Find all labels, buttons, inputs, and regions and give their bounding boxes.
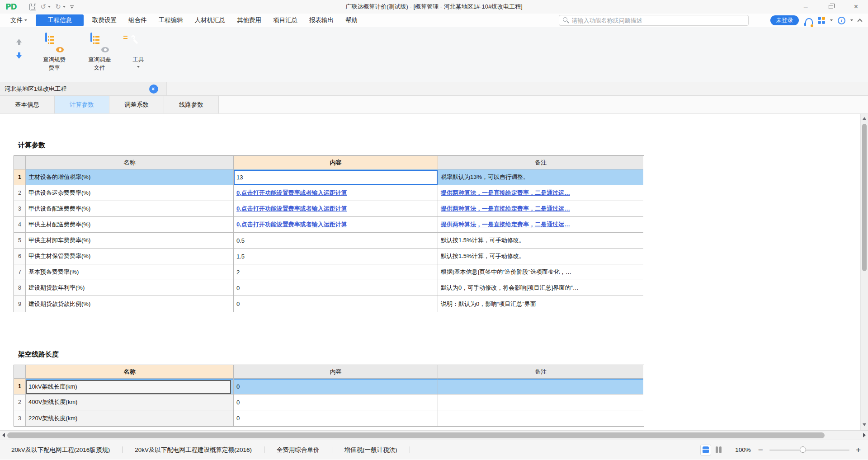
param-remark-cell[interactable] [438,379,643,394]
tab-adjustment-coeff[interactable]: 调差系数 [109,96,164,113]
menu-project-summary[interactable]: 项目汇总 [267,14,303,26]
param-name-cell[interactable]: 10kV架线长度(km) [26,379,234,394]
scroll-up-icon[interactable] [863,117,866,120]
scroll-left-icon[interactable] [2,433,5,437]
restore-button[interactable] [829,5,833,9]
zoom-in-button[interactable]: + [856,446,861,454]
vertical-scrollbar[interactable] [860,114,868,430]
close-button[interactable]: × [854,3,858,10]
param-value-cell[interactable]: 0.5 [234,233,438,249]
param-value-cell[interactable]: 0 [234,296,438,312]
param-name-cell[interactable]: 甲供主材保管费费率(%) [26,249,234,264]
value-input[interactable]: 13 [234,170,438,185]
info-icon[interactable]: i [838,17,845,24]
param-remark-cell[interactable]: 默认按1.5%计算，可手动修改。 [438,233,643,249]
menu-assembly[interactable]: 组合件 [123,14,153,26]
param-value-cell[interactable]: 1.5 [234,249,438,264]
menu-labor-material-summary[interactable]: 人材机汇总 [189,14,231,26]
row-number[interactable]: 2 [14,394,26,410]
row-number[interactable]: 3 [14,410,26,426]
zoom-out-button[interactable]: − [758,446,763,454]
param-value-cell[interactable]: 0 [234,394,438,410]
row-number[interactable]: 7 [14,264,26,280]
param-remark-cell[interactable]: 根据[基本信息]页签中的“造价阶段”选项而变化，… [438,264,643,280]
project-expand-icon[interactable]: » [149,84,158,94]
remark-link[interactable]: 提供两种算法，一是直接给定费率，二是通过运… [441,205,570,213]
tab-basic-info[interactable]: 基本信息 [0,96,55,113]
param-remark-cell[interactable]: 提供两种算法，一是直接给定费率，二是通过运… [438,217,643,233]
menu-report-output[interactable]: 报表输出 [303,14,340,26]
param-value-cell[interactable]: 0 [234,379,438,394]
scroll-right-icon[interactable] [863,433,866,437]
menu-project-edit[interactable]: 工程编辑 [153,14,189,26]
param-value-cell[interactable]: 2 [234,264,438,280]
param-value-cell[interactable]: 0 [234,410,438,426]
param-remark-cell[interactable]: 说明：默认为0，影响“项目汇总”界面 [438,296,643,312]
menu-fee-settings[interactable]: 取费设置 [86,14,123,26]
param-name-cell[interactable]: 建设期贷款年利率(%) [26,280,234,296]
row-number[interactable]: 1 [14,169,26,185]
param-value-cell[interactable]: 0,点击打开功能设置费率或者输入运距计算 [234,185,438,201]
apps-grid-icon[interactable] [818,17,825,24]
minimize-button[interactable]: – [804,3,808,10]
param-remark-cell[interactable]: 默认为0，可手动修改，将会影响[项目汇总]界面的“… [438,280,643,296]
collapse-ribbon-icon[interactable] [857,19,862,23]
param-remark-cell[interactable]: 提供两种算法，一是直接给定费率，二是通过运… [438,185,643,201]
param-name-cell[interactable]: 建设期贷款贷款比例(%) [26,296,234,312]
vertical-scrollbar-thumb[interactable] [862,124,867,271]
scroll-down-icon[interactable] [863,423,866,426]
menu-file[interactable]: 文件 [5,14,33,26]
param-name-cell[interactable]: 甲供主材卸车费费率(%) [26,233,234,249]
param-remark-cell[interactable]: 提供两种算法，一是直接给定费率，二是通过运… [438,201,643,217]
search-input[interactable] [559,15,749,26]
param-value-cell[interactable]: 0,点击打开功能设置费率或者输入运距计算 [234,217,438,233]
tab-calc-params[interactable]: 计算参数 [55,96,109,113]
param-name-cell[interactable]: 甲供主材配送费费率(%) [26,217,234,233]
row-number[interactable]: 5 [14,233,26,249]
menu-help[interactable]: 帮助 [340,14,363,26]
param-name-cell[interactable]: 甲供设备运杂费费率(%) [26,185,234,201]
tools-button[interactable]: 工具 [122,27,155,82]
menu-other-fees[interactable]: 其他费用 [231,14,267,26]
remark-link[interactable]: 提供两种算法，一是直接给定费率，二是通过运… [441,221,570,229]
apps-dropdown-icon[interactable] [830,19,833,21]
menu-project-info[interactable]: 工程信息 [36,14,84,26]
info-dropdown-icon[interactable] [850,19,853,21]
row-number[interactable]: 1 [14,379,26,394]
horizontal-scrollbar[interactable] [0,430,868,440]
name-editor[interactable]: 10kV架线长度(km) [26,380,231,394]
query-fee-rate-button[interactable]: 查询规费费率 [32,27,77,82]
param-name-cell[interactable]: 甲供设备配送费费率(%) [26,201,234,217]
row-number[interactable]: 6 [14,249,26,264]
column-view-icon[interactable] [716,446,722,453]
param-name-cell[interactable]: 基本预备费费率(%) [26,264,234,280]
param-remark-cell[interactable]: 默认按1.5%计算，可手动修改。 [438,249,643,264]
param-remark-cell[interactable]: 税率默认为13%，可以自行调整。 [438,169,643,185]
support-headset-icon[interactable] [805,18,813,24]
query-adjustment-file-button[interactable]: 查询调差文件 [77,27,122,82]
value-link[interactable]: 0,点击打开功能设置费率或者输入运距计算 [236,205,347,213]
param-remark-cell[interactable] [438,394,643,410]
param-name-cell[interactable]: 220V架线长度(km) [26,410,234,426]
row-number[interactable]: 9 [14,296,26,312]
zoom-slider-knob[interactable] [800,446,806,453]
row-number[interactable]: 8 [14,280,26,296]
param-value-cell[interactable]: 0,点击打开功能设置费率或者输入运距计算 [234,201,438,217]
move-up-button[interactable] [15,39,23,45]
remark-link[interactable]: 提供两种算法，一是直接给定费率，二是通过运… [441,189,570,197]
value-link[interactable]: 0,点击打开功能设置费率或者输入运距计算 [236,221,347,229]
param-value-cell[interactable]: 0 [234,280,438,296]
horizontal-scrollbar-thumb[interactable] [7,432,825,438]
row-number[interactable]: 4 [14,217,26,233]
move-down-button[interactable] [15,52,23,59]
value-link[interactable]: 0,点击打开功能设置费率或者输入运距计算 [236,189,347,197]
card-view-icon[interactable] [700,445,711,455]
row-number[interactable]: 3 [14,201,26,217]
tools-dropdown-icon[interactable] [137,66,140,68]
row-number[interactable]: 2 [14,185,26,201]
param-name-cell[interactable]: 400V架线长度(km) [26,394,234,410]
tab-line-params[interactable]: 线路参数 [164,96,219,113]
param-name-cell[interactable]: 主材设备的增值税率(%) [26,169,234,185]
param-remark-cell[interactable] [438,410,643,426]
zoom-slider[interactable] [769,450,849,451]
